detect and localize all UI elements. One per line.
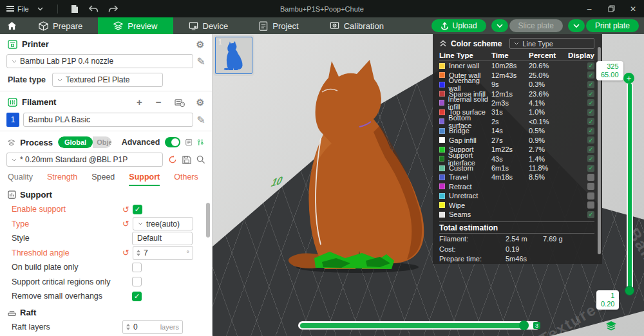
tab-support[interactable]: Support: [129, 173, 160, 186]
process-preset-select[interactable]: * 0.20mm Standard @BBL P1P: [6, 153, 163, 167]
add-filament-button[interactable]: +: [137, 97, 142, 107]
scope-global[interactable]: Global: [58, 136, 93, 148]
display-checkbox[interactable]: ✓: [587, 136, 594, 144]
printer-icon: [8, 40, 17, 49]
ams-sync-icon[interactable]: [175, 98, 185, 107]
display-checkbox[interactable]: ✓: [587, 71, 594, 79]
filament-settings-gear[interactable]: ⚙: [196, 98, 204, 107]
layer-slider-bottom-handle[interactable]: [625, 286, 634, 295]
plate-type-select[interactable]: Textured PEI Plate: [52, 73, 163, 87]
new-project-button[interactable]: [67, 3, 82, 15]
critical-regions-checkbox[interactable]: [132, 277, 142, 286]
display-checkbox[interactable]: [587, 201, 594, 209]
slice-plate-label: Slice plate: [518, 21, 554, 30]
tab-preview[interactable]: Preview: [98, 17, 173, 34]
display-checkbox[interactable]: ✓: [587, 109, 594, 116]
line-type-percent: 0.9%: [529, 136, 567, 144]
display-checkbox[interactable]: ✓: [587, 211, 594, 218]
save-icon[interactable]: [182, 155, 191, 164]
remove-filament-button[interactable]: −: [156, 97, 162, 107]
enable-support-checkbox[interactable]: [133, 205, 142, 214]
printer-preset-select[interactable]: Bambu Lab P1P 0.4 nozzle: [6, 54, 193, 68]
line-type-time: 6m1s: [491, 164, 529, 172]
filament-slot-badge[interactable]: 1: [6, 113, 19, 127]
search-settings-icon[interactable]: [197, 138, 204, 147]
reset-icon[interactable]: [168, 155, 177, 164]
thumbnail-cat-model: [223, 41, 245, 71]
raft-layers-stepper[interactable]: 0 layers: [122, 320, 183, 334]
threshold-angle-stepper[interactable]: 7 °: [133, 246, 193, 260]
scope-objects[interactable]: Objects: [93, 136, 111, 148]
tab-device-label: Device: [203, 21, 229, 31]
undo-button[interactable]: [86, 3, 102, 15]
display-checkbox[interactable]: ✓: [587, 127, 594, 135]
redo-button[interactable]: [106, 3, 121, 15]
display-checkbox[interactable]: ✓: [587, 81, 594, 88]
remove-overhangs-checkbox[interactable]: [132, 292, 142, 301]
tab-prepare[interactable]: Prepare: [23, 17, 98, 34]
home-button[interactable]: [0, 17, 23, 34]
cat-model[interactable]: [283, 55, 438, 274]
panel-scrollbar[interactable]: [206, 203, 210, 238]
upload-label: Upload: [453, 21, 477, 30]
slice-dropdown-button[interactable]: [491, 19, 508, 32]
tab-device[interactable]: Device: [173, 17, 244, 34]
display-checkbox[interactable]: ✓: [587, 165, 594, 172]
calibration-icon: [330, 21, 339, 31]
tab-project[interactable]: Project: [243, 17, 314, 34]
preview-viewport[interactable]: Textured PEI Bambu 10 1 Color scheme Lin…: [213, 34, 644, 336]
tab-quality[interactable]: Quality: [8, 173, 33, 186]
reset-setting-icon[interactable]: ↺: [122, 248, 129, 257]
print-plate-button[interactable]: Print plate: [586, 19, 639, 32]
layer-slider-track[interactable]: [627, 82, 633, 294]
display-checkbox[interactable]: ✓: [587, 155, 594, 162]
display-checkbox[interactable]: [587, 183, 594, 190]
display-checkbox[interactable]: [587, 174, 594, 181]
printer-edit-button[interactable]: ✎: [197, 55, 205, 68]
display-checkbox[interactable]: ✓: [587, 146, 594, 153]
filament-edit-button[interactable]: ✎: [197, 114, 205, 126]
move-slider-handle[interactable]: [519, 321, 529, 330]
tab-calibration[interactable]: Calibration: [314, 17, 399, 34]
stepper-arrows[interactable]: [137, 250, 140, 256]
display-checkbox[interactable]: ✓: [587, 62, 594, 70]
slice-plate-button[interactable]: Slice plate: [509, 19, 563, 32]
close-button[interactable]: ✕: [622, 0, 644, 17]
reset-setting-icon[interactable]: ↺: [122, 219, 129, 229]
search-icon[interactable]: [196, 155, 205, 164]
on-build-plate-label: On build plate only: [12, 263, 79, 272]
display-checkbox[interactable]: ✓: [587, 99, 594, 106]
display-checkbox[interactable]: ✓: [587, 90, 594, 97]
layer-slider-top-handle[interactable]: +: [623, 73, 634, 84]
display-checkbox[interactable]: ✓: [587, 118, 594, 125]
upload-button[interactable]: Upload: [431, 19, 486, 32]
support-style-select[interactable]: Default: [132, 232, 193, 245]
file-menu[interactable]: File: [6, 5, 29, 13]
line-type-time: 31s: [491, 108, 529, 116]
support-type-select[interactable]: tree(auto): [133, 217, 193, 230]
legend-row: Overhang wall 9s 0.3% ✓: [439, 80, 594, 89]
advanced-toggle[interactable]: [165, 137, 180, 147]
plate-thumbnail[interactable]: 1: [215, 37, 252, 74]
printer-settings-gear[interactable]: ⚙: [196, 40, 204, 49]
stepper-arrows[interactable]: [126, 324, 130, 330]
on-build-plate-checkbox[interactable]: [132, 263, 142, 272]
parameter-list-icon[interactable]: [185, 138, 193, 147]
tab-others[interactable]: Others: [174, 173, 198, 186]
tab-strength[interactable]: Strength: [47, 173, 77, 186]
layers-view-button[interactable]: [605, 320, 617, 331]
print-dropdown-button[interactable]: [568, 19, 585, 32]
color-scheme-select[interactable]: Line Type: [509, 38, 594, 49]
display-checkbox[interactable]: [587, 192, 594, 200]
file-menu-chevron[interactable]: [33, 3, 48, 15]
reset-setting-icon[interactable]: ↺: [122, 205, 129, 214]
threshold-angle-value: 7: [144, 248, 148, 257]
minimize-button[interactable]: –: [578, 0, 600, 17]
restore-icon: [608, 5, 615, 12]
tab-speed[interactable]: Speed: [91, 173, 115, 186]
move-slider-track[interactable]: 3: [298, 321, 540, 330]
collapse-panel-icon[interactable]: [439, 40, 447, 47]
scope-switch[interactable]: Global Objects: [58, 136, 111, 148]
filament-select[interactable]: Bambu PLA Basic: [23, 113, 193, 127]
restore-button[interactable]: [600, 0, 622, 17]
